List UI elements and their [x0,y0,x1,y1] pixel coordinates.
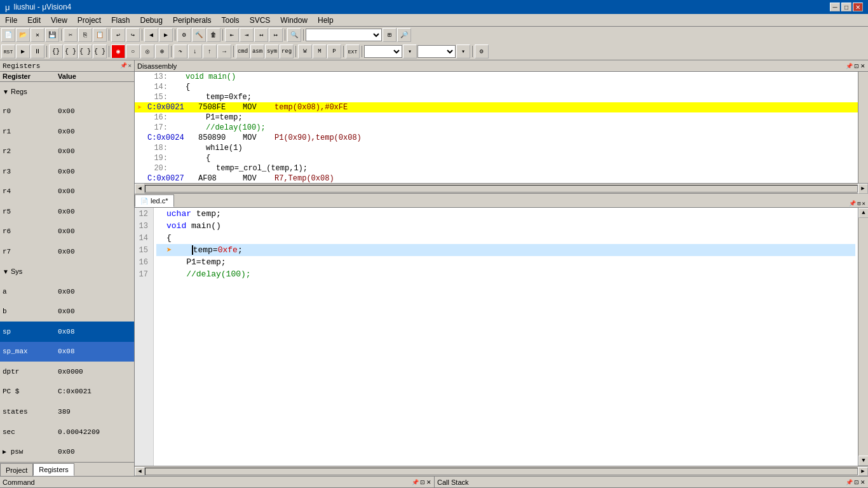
reg-psw[interactable]: ▶ psw 0x00 [0,442,134,462]
tb-mem-win[interactable]: M [313,44,327,58]
disasm-scroll-right[interactable]: ▶ [858,184,868,194]
reg-states[interactable]: states 389 [0,402,134,422]
tb-watch-win[interactable]: W [298,44,312,58]
editor-hscroll-right[interactable]: ▶ [858,467,868,476]
tb-open[interactable]: 📂 [16,28,30,42]
editor-vscroll[interactable]: ▲ ▼ [858,208,868,466]
display-select[interactable] [417,45,456,58]
reg-a[interactable]: a 0x00 [0,281,134,302]
reg-close-btn[interactable]: ✕ [128,62,132,69]
tb-step-over[interactable]: ↷ [173,44,187,58]
tb-debug2[interactable]: ○ [126,44,140,58]
tb-cmd-win[interactable]: cmd [236,44,250,58]
reg-r1[interactable]: r1 0x00 [0,121,134,142]
tb-perf-win[interactable]: P [327,44,341,58]
reg-r7[interactable]: r7 0x00 [0,241,134,262]
menu-flash[interactable]: Flash [106,15,135,26]
editor-vscroll-up[interactable]: ▲ [858,208,868,218]
menu-window[interactable]: Window [275,15,313,26]
tb-settings-btn[interactable]: ⚙ [475,44,489,58]
menu-peripherals[interactable]: Peripherals [168,15,217,26]
tb-new[interactable]: 📄 [1,28,15,42]
editor-content[interactable]: 12 13 14 15 16 17 uchar temp; v [135,208,868,466]
tb-stop[interactable]: ⏸ [31,44,44,58]
tab-registers[interactable]: Registers [33,463,74,476]
tb-ext-win[interactable]: EXT [346,44,360,58]
tb-undo[interactable]: ↩ [111,28,125,42]
tb-asm-win[interactable]: asm [250,44,264,58]
tb-braces4[interactable]: { } [93,44,107,58]
menu-tools[interactable]: Tools [217,15,245,26]
tb-target-cfg[interactable]: ⊞ [383,28,397,42]
disasm-scroll-left[interactable]: ◀ [135,184,145,194]
reg-pc[interactable]: PC $ C:0x0021 [0,382,134,402]
reg-r5[interactable]: r5 0x00 [0,201,134,222]
reg-sp[interactable]: sp 0x08 [0,322,134,342]
tb-debug3[interactable]: ◎ [140,44,154,58]
tb-step-out[interactable]: ↑ [203,44,217,58]
reg-r6[interactable]: r6 0x00 [0,222,134,242]
disasm-content[interactable]: 13: void main() 14: { 15: temp=0xfe; [135,72,858,183]
tb-indent-dec[interactable]: ⇤ [225,28,239,42]
command-pin-btn[interactable]: 📌 [412,479,419,485]
tb-nav-back[interactable]: ◀ [144,28,158,42]
tb-view-dd[interactable]: ▾ [403,44,417,58]
callstack-close-btn[interactable]: ✕ [860,479,865,485]
menu-help[interactable]: Help [313,15,339,26]
disasm-vscroll[interactable] [858,72,868,183]
tb-debug-reset[interactable]: RST [1,44,15,58]
tb-clean[interactable]: 🗑 [207,28,220,42]
tb-close[interactable]: ✕ [31,28,44,42]
editor-tab-led-c[interactable]: 📄 led.c* [135,194,174,207]
tb-find[interactable]: 🔍 [287,28,301,42]
editor-close-btn[interactable]: ✕ [862,200,865,207]
menu-debug[interactable]: Debug [135,15,168,26]
tb-debug1[interactable]: ◉ [111,44,125,58]
callstack-float-btn[interactable]: ⊡ [854,479,859,485]
menu-project[interactable]: Project [72,15,106,26]
reg-dptr[interactable]: dptr 0x0000 [0,362,134,382]
tb-save[interactable]: 💾 [45,28,59,42]
tb-copy[interactable]: ⎘ [78,28,92,42]
menu-file[interactable]: File [0,15,22,26]
editor-hscroll-left[interactable]: ◀ [135,467,145,476]
disasm-close-btn[interactable]: ✕ [860,63,865,69]
reg-r0[interactable]: r0 0x00 [0,102,134,122]
menu-edit[interactable]: Edit [22,15,46,26]
tb-display-dd[interactable]: ▾ [456,44,470,58]
reg-r3[interactable]: r3 0x00 [0,161,134,182]
reg-sp-max[interactable]: sp_max 0x08 [0,342,134,362]
minimize-button[interactable]: ─ [830,3,840,11]
code-area[interactable]: uchar temp; void main() { ➤ [154,208,858,466]
tb-braces1[interactable]: {} [49,44,63,58]
tb-build[interactable]: ⚙ [177,28,191,42]
tb-step-into[interactable]: ↓ [188,44,202,58]
target-select[interactable] [306,29,382,41]
tb-indent-inc[interactable]: ⇥ [240,28,254,42]
tab-project[interactable]: Project [0,463,33,476]
disasm-hscroll[interactable]: ◀ ▶ [135,183,868,193]
command-float-btn[interactable]: ⊡ [420,479,425,485]
disasm-float-btn[interactable]: ⊡ [854,63,859,69]
close-button[interactable]: ✕ [853,3,863,11]
editor-vscroll-down[interactable]: ▼ [858,456,868,466]
reg-r2[interactable]: r2 0x00 [0,142,134,162]
editor-pin-btn[interactable]: 📌 [849,200,856,207]
view-select[interactable] [364,45,402,58]
tb-cut[interactable]: ✂ [64,28,78,42]
tb-redo[interactable]: ↪ [126,28,140,42]
tb-sym-win[interactable]: sym [265,44,279,58]
tb-braces2[interactable]: { } [64,44,78,58]
tb-reg-win[interactable]: reg [280,44,294,58]
tb-paste[interactable]: 📋 [93,28,107,42]
menu-view[interactable]: View [46,15,72,26]
tb-nav-fwd[interactable]: ▶ [159,28,173,42]
tb-run[interactable]: ▶ [16,44,30,58]
menu-svcs[interactable]: SVCS [245,15,276,26]
callstack-pin-btn[interactable]: 📌 [846,479,853,485]
maximize-button[interactable]: □ [841,3,851,11]
tb-target-find[interactable]: 🔎 [397,28,411,42]
tb-indent3[interactable]: ↤ [254,28,268,42]
command-close-btn[interactable]: ✕ [426,479,431,485]
tb-run-to[interactable]: → [217,44,231,58]
